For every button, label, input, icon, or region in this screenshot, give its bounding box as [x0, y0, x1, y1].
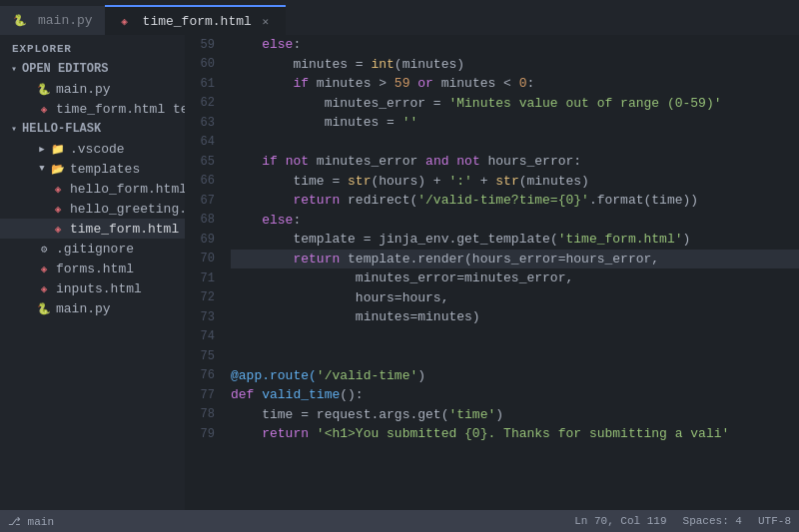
section-hello-flask[interactable]: ▾ HELLO-FLASK [0, 119, 185, 139]
folder-vscode[interactable]: ▶ 📁 .vscode [0, 139, 185, 159]
html-icon-hello-greeting: ◈ [50, 201, 66, 217]
code-line-74 [231, 327, 799, 347]
line-number-65: 65 [193, 152, 215, 172]
tab-main-py[interactable]: 🐍 main.py [0, 5, 105, 35]
code-line-65: if not minutes_error and not hours_error… [231, 152, 799, 172]
tab-time-form-html-label: time_form.html [143, 14, 252, 29]
tab-close-button[interactable]: ✕ [258, 13, 274, 29]
html-icon-inputs: ◈ [36, 280, 52, 296]
tab-main-py-label: main.py [38, 13, 93, 28]
line-number-59: 59 [193, 35, 215, 55]
file-inputs-label: inputs.html [56, 281, 142, 296]
folder-vscode-label: .vscode [70, 142, 125, 157]
code-line-71: minutes_error=minutes_error, [231, 268, 799, 288]
code-line-66: time = str(hours) + ':' + str(minutes) [231, 172, 799, 192]
git-icon: ⚙ [36, 241, 52, 257]
file-forms-label: forms.html [56, 262, 134, 276]
code-line-60: minutes = int(minutes) [231, 55, 799, 75]
chevron-right-icon: ▶ [36, 141, 48, 157]
line-number-79: 79 [193, 424, 215, 444]
tab-bar: 🐍 main.py ◈ time_form.html ✕ [0, 0, 799, 35]
section-open-editors[interactable]: ▾ OPEN EDITORS [0, 59, 185, 79]
line-number-72: 72 [193, 288, 215, 308]
line-number-63: 63 [193, 113, 215, 133]
code-line-70: return template.render(hours_error=hours… [231, 250, 799, 269]
main-area: EXPLORER ▾ OPEN EDITORS 🐍 main.py ◈ time… [0, 35, 799, 510]
open-editor-main-py[interactable]: 🐍 main.py [0, 79, 185, 99]
line-number-77: 77 [193, 385, 215, 405]
status-encoding: UTF-8 [758, 515, 791, 527]
file-gitignore-label: .gitignore [56, 242, 134, 257]
open-editor-time-form[interactable]: ◈ time_form.html temp... [0, 99, 185, 119]
html-file-icon: ◈ [117, 13, 133, 29]
code-line-61: if minutes > 59 or minutes < 0: [231, 74, 799, 94]
folder-templates[interactable]: ▼ 📂 templates [0, 159, 185, 179]
code-line-77: def valid_time(): [231, 385, 799, 405]
section-open-editors-label: OPEN EDITORS [22, 62, 108, 76]
chevron-down-icon-2: ▾ [6, 121, 22, 137]
folder-icon-vscode: 📁 [50, 141, 66, 157]
file-time-form-label: time_form.html [70, 222, 179, 237]
html-icon-time-form: ◈ [50, 221, 66, 237]
folder-templates-label: templates [70, 162, 140, 177]
tab-time-form-html[interactable]: ◈ time_form.html ✕ [105, 5, 286, 35]
code-line-63: minutes = '' [231, 113, 799, 133]
line-number-76: 76 [193, 366, 215, 386]
line-number-67: 67 [193, 191, 215, 211]
file-time-form[interactable]: ◈ time_form.html [0, 219, 185, 239]
code-line-73: minutes=minutes) [231, 307, 799, 327]
line-number-62: 62 [193, 94, 215, 114]
line-number-60: 60 [193, 55, 215, 75]
section-hello-flask-label: HELLO-FLASK [22, 122, 101, 136]
folder-icon-templates: 📂 [50, 161, 66, 177]
python-file-icon: 🐍 [12, 13, 28, 29]
code-line-72: hours=hours, [231, 288, 799, 308]
file-main-py[interactable]: 🐍 main.py [0, 298, 185, 318]
status-position: Ln 70, Col 119 [574, 515, 666, 527]
line-number-71: 71 [193, 268, 215, 288]
code-line-76: @app.route('/valid-time') [231, 366, 799, 386]
sidebar-title: EXPLORER [0, 35, 185, 59]
code-area[interactable]: 5960616263646566676869707172737475767778… [185, 35, 799, 510]
line-number-73: 73 [193, 307, 215, 327]
file-hello-greeting[interactable]: ◈ hello_greeting.html [0, 199, 185, 219]
code-line-62: minutes_error = 'Minutes value out of ra… [231, 94, 799, 114]
code-line-79: return '<h1>You submitted {0}. Thanks fo… [231, 424, 799, 444]
code-line-78: time = request.args.get('time') [231, 405, 799, 425]
code-line-67: return redirect('/valid-time?time={0}'.f… [231, 191, 799, 211]
file-forms[interactable]: ◈ forms.html [0, 259, 185, 278]
code-line-64 [231, 133, 799, 153]
code-line-68: else: [231, 211, 799, 231]
line-number-75: 75 [193, 346, 215, 366]
file-inputs[interactable]: ◈ inputs.html [0, 278, 185, 298]
file-main-py-label: main.py [56, 301, 111, 316]
line-numbers: 5960616263646566676869707172737475767778… [185, 35, 227, 510]
chevron-down-icon: ▾ [6, 61, 22, 77]
open-editor-main-py-label: main.py [56, 82, 111, 97]
line-number-70: 70 [193, 250, 215, 269]
line-number-64: 64 [193, 133, 215, 153]
status-spaces: Spaces: 4 [683, 515, 742, 527]
html-icon-hello-form: ◈ [50, 181, 66, 197]
code-line-75 [231, 346, 799, 366]
chevron-down-icon-3: ▼ [36, 161, 48, 177]
sidebar: EXPLORER ▾ OPEN EDITORS 🐍 main.py ◈ time… [0, 35, 185, 510]
code-content[interactable]: else: minutes = int(minutes) if minutes … [227, 35, 799, 510]
open-editor-time-form-label: time_form.html temp... [56, 102, 185, 117]
line-number-69: 69 [193, 230, 215, 250]
code-line-59: else: [231, 35, 799, 55]
line-number-66: 66 [193, 172, 215, 192]
line-number-68: 68 [193, 211, 215, 231]
line-number-61: 61 [193, 74, 215, 94]
html-icon: ◈ [36, 101, 52, 117]
python-icon: 🐍 [36, 81, 52, 97]
line-number-74: 74 [193, 327, 215, 347]
code-line-69: template = jinja_env.get_template('time_… [231, 230, 799, 250]
html-icon-forms: ◈ [36, 261, 52, 276]
status-git: ⎇ main [8, 515, 54, 528]
file-hello-form[interactable]: ◈ hello_form.html [0, 179, 185, 199]
line-number-78: 78 [193, 405, 215, 425]
file-gitignore[interactable]: ⚙ .gitignore [0, 239, 185, 259]
py-icon-main: 🐍 [36, 300, 52, 316]
editor[interactable]: 5960616263646566676869707172737475767778… [185, 35, 799, 510]
